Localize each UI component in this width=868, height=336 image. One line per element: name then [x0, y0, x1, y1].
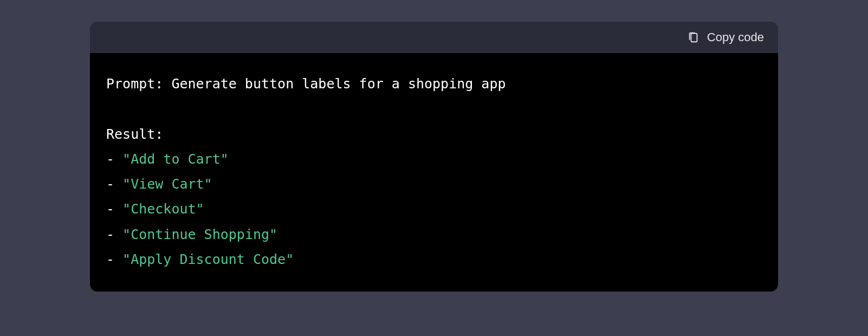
copy-code-button[interactable]: Copy code — [688, 30, 764, 44]
code-header: Copy code — [90, 22, 778, 53]
clipboard-icon — [688, 31, 699, 44]
result-item: - "Checkout" — [106, 197, 762, 222]
code-content: Prompt: Generate button labels for a sho… — [90, 53, 778, 292]
copy-code-label: Copy code — [707, 30, 764, 44]
result-label: Result: — [106, 122, 762, 147]
result-item: - "Add to Cart" — [106, 147, 762, 172]
svg-rect-0 — [691, 34, 697, 42]
code-block: Copy code Prompt: Generate button labels… — [90, 22, 778, 292]
result-item: - "View Cart" — [106, 172, 762, 197]
prompt-line: Prompt: Generate button labels for a sho… — [106, 72, 762, 96]
blank-line — [106, 96, 762, 121]
result-item: - "Continue Shopping" — [106, 222, 762, 247]
result-item: - "Apply Discount Code" — [106, 247, 762, 272]
